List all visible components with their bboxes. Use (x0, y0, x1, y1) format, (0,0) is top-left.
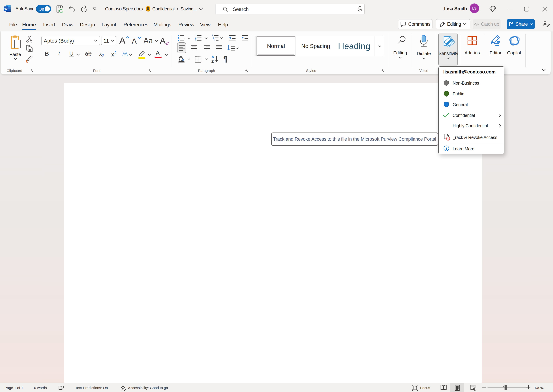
svg-text:3: 3 (195, 39, 196, 42)
svg-text:a: a (213, 37, 214, 39)
svg-text:i: i (214, 39, 215, 42)
svg-text:2: 2 (195, 37, 196, 39)
svg-text:1: 1 (212, 34, 213, 37)
svg-text:1: 1 (195, 34, 196, 37)
svg-text:W: W (4, 7, 8, 11)
svg-text:Z: Z (211, 59, 214, 63)
svg-text:A: A (211, 55, 214, 59)
